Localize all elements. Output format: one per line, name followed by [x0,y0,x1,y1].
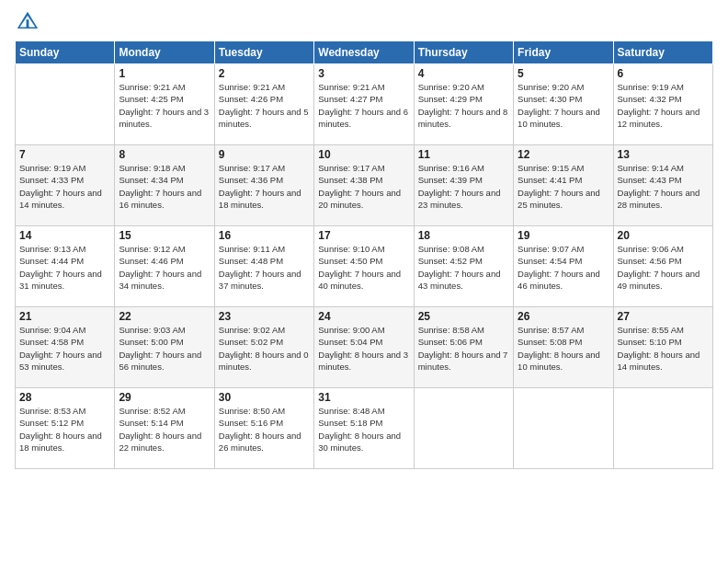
day-cell [613,388,712,469]
day-number: 15 [119,229,210,242]
day-number: 31 [318,391,409,404]
day-info: Sunrise: 8:52 AMSunset: 5:14 PMDaylight:… [119,405,210,454]
page: SundayMondayTuesdayWednesdayThursdayFrid… [0,0,728,563]
day-cell: 30Sunrise: 8:50 AMSunset: 5:16 PMDayligh… [214,388,313,469]
day-number: 17 [318,229,409,242]
day-cell: 29Sunrise: 8:52 AMSunset: 5:14 PMDayligh… [115,388,214,469]
day-cell: 19Sunrise: 9:07 AMSunset: 4:54 PMDayligh… [514,226,613,307]
day-info: Sunrise: 9:19 AMSunset: 4:32 PMDaylight:… [618,81,709,130]
header-cell-saturday: Saturday [613,41,712,64]
day-cell: 13Sunrise: 9:14 AMSunset: 4:43 PMDayligh… [613,145,712,226]
header-cell-wednesday: Wednesday [314,41,414,64]
day-info: Sunrise: 9:15 AMSunset: 4:41 PMDaylight:… [518,162,609,211]
day-info: Sunrise: 9:17 AMSunset: 4:36 PMDaylight:… [219,162,310,211]
day-number: 26 [518,310,609,323]
day-cell: 4Sunrise: 9:20 AMSunset: 4:29 PMDaylight… [414,64,513,145]
day-number: 11 [418,148,509,161]
day-info: Sunrise: 8:53 AMSunset: 5:12 PMDaylight:… [19,405,110,454]
day-cell: 6Sunrise: 9:19 AMSunset: 4:32 PMDaylight… [613,64,712,145]
day-number: 3 [318,67,409,80]
day-cell: 17Sunrise: 9:10 AMSunset: 4:50 PMDayligh… [314,226,414,307]
day-cell: 18Sunrise: 9:08 AMSunset: 4:52 PMDayligh… [414,226,513,307]
day-info: Sunrise: 9:04 AMSunset: 4:58 PMDaylight:… [19,324,110,373]
day-info: Sunrise: 9:11 AMSunset: 4:48 PMDaylight:… [219,243,310,292]
day-number: 9 [219,148,310,161]
day-cell: 5Sunrise: 9:20 AMSunset: 4:30 PMDaylight… [514,64,613,145]
day-cell: 1Sunrise: 9:21 AMSunset: 4:25 PMDaylight… [115,64,214,145]
day-number: 10 [318,148,409,161]
day-info: Sunrise: 8:48 AMSunset: 5:18 PMDaylight:… [318,405,409,454]
day-info: Sunrise: 9:19 AMSunset: 4:33 PMDaylight:… [19,162,110,211]
day-number: 14 [19,229,110,242]
header-cell-monday: Monday [115,41,214,64]
week-row-3: 21Sunrise: 9:04 AMSunset: 4:58 PMDayligh… [16,307,713,388]
week-row-1: 7Sunrise: 9:19 AMSunset: 4:33 PMDaylight… [16,145,713,226]
day-number: 25 [418,310,509,323]
svg-marker-0 [17,12,38,29]
day-number: 20 [618,229,709,242]
day-info: Sunrise: 9:16 AMSunset: 4:39 PMDaylight:… [418,162,509,211]
day-info: Sunrise: 9:06 AMSunset: 4:56 PMDaylight:… [618,243,709,292]
day-cell [16,64,115,145]
day-info: Sunrise: 9:17 AMSunset: 4:38 PMDaylight:… [318,162,409,211]
day-number: 2 [219,67,310,80]
day-info: Sunrise: 9:03 AMSunset: 5:00 PMDaylight:… [119,324,210,373]
day-info: Sunrise: 8:50 AMSunset: 5:16 PMDaylight:… [219,405,310,454]
day-info: Sunrise: 8:58 AMSunset: 5:06 PMDaylight:… [418,324,509,373]
day-info: Sunrise: 8:55 AMSunset: 5:10 PMDaylight:… [618,324,709,373]
day-cell: 25Sunrise: 8:58 AMSunset: 5:06 PMDayligh… [414,307,513,388]
day-cell: 22Sunrise: 9:03 AMSunset: 5:00 PMDayligh… [115,307,214,388]
day-number: 22 [119,310,210,323]
day-info: Sunrise: 9:20 AMSunset: 4:29 PMDaylight:… [418,81,509,130]
day-number: 21 [19,310,110,323]
day-info: Sunrise: 9:18 AMSunset: 4:34 PMDaylight:… [119,162,210,211]
day-cell: 21Sunrise: 9:04 AMSunset: 4:58 PMDayligh… [16,307,115,388]
day-cell: 7Sunrise: 9:19 AMSunset: 4:33 PMDaylight… [16,145,115,226]
day-cell: 31Sunrise: 8:48 AMSunset: 5:18 PMDayligh… [314,388,414,469]
day-number: 28 [19,391,110,404]
day-cell: 27Sunrise: 8:55 AMSunset: 5:10 PMDayligh… [613,307,712,388]
day-number: 13 [618,148,709,161]
header-cell-friday: Friday [514,41,613,64]
day-number: 19 [518,229,609,242]
day-info: Sunrise: 9:14 AMSunset: 4:43 PMDaylight:… [618,162,709,211]
day-info: Sunrise: 9:00 AMSunset: 5:04 PMDaylight:… [318,324,409,373]
day-cell: 8Sunrise: 9:18 AMSunset: 4:34 PMDaylight… [115,145,214,226]
day-cell: 23Sunrise: 9:02 AMSunset: 5:02 PMDayligh… [214,307,313,388]
day-info: Sunrise: 9:08 AMSunset: 4:52 PMDaylight:… [418,243,509,292]
day-cell: 11Sunrise: 9:16 AMSunset: 4:39 PMDayligh… [414,145,513,226]
header-row: SundayMondayTuesdayWednesdayThursdayFrid… [16,41,713,64]
day-number: 18 [418,229,509,242]
week-row-0: 1Sunrise: 9:21 AMSunset: 4:25 PMDaylight… [16,64,713,145]
day-cell: 28Sunrise: 8:53 AMSunset: 5:12 PMDayligh… [16,388,115,469]
day-cell: 3Sunrise: 9:21 AMSunset: 4:27 PMDaylight… [314,64,414,145]
header-cell-thursday: Thursday [414,41,513,64]
week-row-2: 14Sunrise: 9:13 AMSunset: 4:44 PMDayligh… [16,226,713,307]
day-cell: 9Sunrise: 9:17 AMSunset: 4:36 PMDaylight… [214,145,313,226]
day-cell: 10Sunrise: 9:17 AMSunset: 4:38 PMDayligh… [314,145,414,226]
day-cell: 20Sunrise: 9:06 AMSunset: 4:56 PMDayligh… [613,226,712,307]
day-number: 4 [418,67,509,80]
header-cell-sunday: Sunday [16,41,115,64]
day-info: Sunrise: 9:12 AMSunset: 4:46 PMDaylight:… [119,243,210,292]
day-number: 29 [119,391,210,404]
day-cell: 14Sunrise: 9:13 AMSunset: 4:44 PMDayligh… [16,226,115,307]
day-number: 5 [518,67,609,80]
day-cell: 24Sunrise: 9:00 AMSunset: 5:04 PMDayligh… [314,307,414,388]
day-cell: 12Sunrise: 9:15 AMSunset: 4:41 PMDayligh… [514,145,613,226]
day-number: 8 [119,148,210,161]
day-number: 27 [618,310,709,323]
day-number: 16 [219,229,310,242]
header [15,9,713,35]
day-info: Sunrise: 8:57 AMSunset: 5:08 PMDaylight:… [518,324,609,373]
day-number: 12 [518,148,609,161]
day-info: Sunrise: 9:21 AMSunset: 4:26 PMDaylight:… [219,81,310,130]
day-number: 6 [618,67,709,80]
day-info: Sunrise: 9:07 AMSunset: 4:54 PMDaylight:… [518,243,609,292]
day-cell: 26Sunrise: 8:57 AMSunset: 5:08 PMDayligh… [514,307,613,388]
day-info: Sunrise: 9:10 AMSunset: 4:50 PMDaylight:… [318,243,409,292]
day-cell [514,388,613,469]
day-number: 7 [19,148,110,161]
day-info: Sunrise: 9:13 AMSunset: 4:44 PMDaylight:… [19,243,110,292]
day-info: Sunrise: 9:20 AMSunset: 4:30 PMDaylight:… [518,81,609,130]
